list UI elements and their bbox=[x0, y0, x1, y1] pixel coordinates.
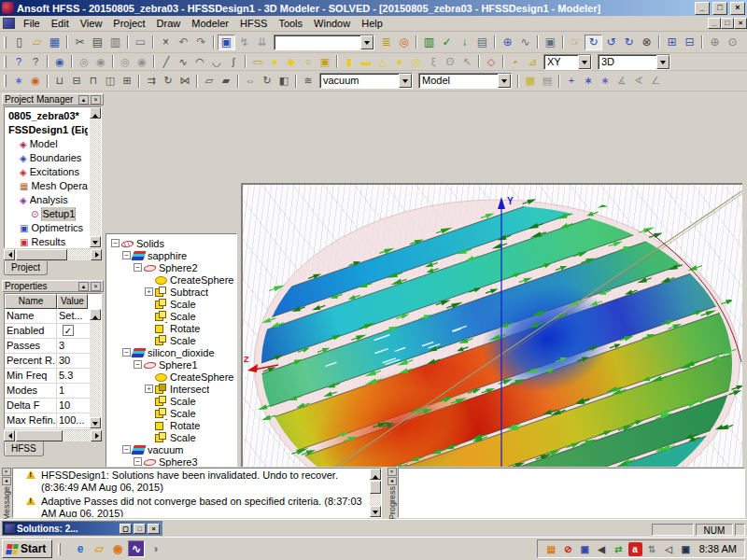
model-tree-item[interactable]: −Solids bbox=[109, 237, 234, 249]
mdi-child-icon[interactable] bbox=[3, 18, 15, 29]
project-tree-item[interactable]: FSSDesign1 (Eige bbox=[7, 123, 88, 137]
panel-close-icon[interactable]: × bbox=[2, 468, 11, 476]
hide-all-icon[interactable]: ◎ bbox=[117, 54, 134, 69]
draw-torus-icon[interactable]: ◎ bbox=[408, 54, 425, 69]
zoom-in-icon[interactable]: ⊞ bbox=[663, 35, 681, 50]
scroll-up-icon[interactable] bbox=[90, 309, 101, 320]
print-icon[interactable]: ▭ bbox=[132, 35, 149, 50]
minimize-button[interactable]: _ bbox=[695, 2, 710, 15]
model-tree-item[interactable]: −vacuum bbox=[109, 443, 234, 455]
tree-expander-icon[interactable]: − bbox=[134, 457, 142, 466]
draw-polygon-icon[interactable]: ◆ bbox=[283, 54, 300, 69]
model-tree-item[interactable]: Scale bbox=[109, 334, 234, 346]
project-tree-item[interactable]: ▦Mesh Operations bbox=[7, 179, 88, 193]
copy-icon[interactable]: ▤ bbox=[89, 35, 106, 50]
display-settings-icon[interactable]: ▣ bbox=[679, 542, 693, 556]
scroll-left-icon[interactable] bbox=[4, 430, 15, 441]
rotate-icon[interactable]: ↻ bbox=[259, 74, 275, 89]
panel-collapse-icon[interactable]: ◂ bbox=[388, 477, 397, 485]
tree-expander-icon[interactable]: − bbox=[122, 348, 131, 357]
open-file-icon[interactable]: ▱ bbox=[28, 35, 46, 50]
menu-view[interactable]: View bbox=[75, 16, 108, 31]
tree-expander-icon[interactable]: + bbox=[145, 287, 153, 296]
volume-icon[interactable]: ◀ bbox=[595, 542, 609, 556]
help-topics-icon[interactable]: ? bbox=[10, 54, 27, 69]
thicken-sheet-icon[interactable]: ▰ bbox=[218, 74, 234, 89]
face-cs-icon[interactable]: ∗ bbox=[580, 74, 597, 89]
message-scrollbar[interactable] bbox=[370, 469, 381, 517]
media-player-icon[interactable]: ◉ bbox=[109, 540, 126, 557]
new-file-icon[interactable]: ▯ bbox=[10, 35, 28, 50]
scroll-left-icon[interactable] bbox=[4, 249, 15, 260]
antivirus-alert-icon[interactable]: ⊘ bbox=[561, 542, 575, 556]
boolean-unite-icon[interactable]: ⊔ bbox=[51, 74, 68, 89]
child-restore-button[interactable]: □ bbox=[721, 18, 734, 29]
speaker-muted-icon[interactable]: ◁ bbox=[662, 542, 676, 556]
menu-tools[interactable]: Tools bbox=[273, 16, 308, 31]
draw-arc-center-icon[interactable]: ◠ bbox=[191, 54, 208, 69]
tree-expander-icon[interactable]: − bbox=[122, 251, 131, 259]
draw-spiral-icon[interactable]: ʘ bbox=[442, 54, 458, 69]
ie-icon[interactable]: e bbox=[72, 540, 89, 557]
child-close-button[interactable]: × bbox=[734, 18, 747, 29]
toolbar-grip[interactable] bbox=[4, 36, 7, 49]
maximize-button[interactable]: □ bbox=[134, 524, 146, 534]
menu-draw[interactable]: Draw bbox=[151, 16, 187, 31]
cut-icon[interactable]: ✂ bbox=[71, 35, 89, 50]
project-tree-item[interactable]: 0805_zebra03* bbox=[7, 109, 88, 123]
dropdown-arrow-icon[interactable] bbox=[399, 74, 412, 88]
draw-cone-icon[interactable]: △ bbox=[374, 54, 391, 69]
project-tree-item[interactable]: ◈Model bbox=[7, 137, 88, 151]
folder-icon[interactable]: ▱ bbox=[91, 540, 107, 557]
scroll-up-icon[interactable] bbox=[90, 107, 101, 119]
visibility-icon[interactable]: ◉ bbox=[51, 54, 68, 69]
Delta F[interactable]: Delta F10 bbox=[5, 399, 101, 413]
panel-close-icon[interactable]: × bbox=[91, 282, 101, 291]
menu-window[interactable]: Window bbox=[308, 16, 356, 31]
menu-modeler[interactable]: Modeler bbox=[186, 16, 234, 31]
model-tree-item[interactable]: Scale bbox=[109, 431, 234, 443]
optimetrics-icon[interactable]: ◎ bbox=[395, 35, 413, 50]
tree-expander-icon[interactable]: − bbox=[134, 360, 142, 369]
solutions-window-titlebar[interactable]: Solutions: 2... ▢ □ × bbox=[2, 521, 162, 536]
rotate-z-view-icon[interactable]: ↻ bbox=[620, 35, 638, 50]
start-button[interactable]: Start bbox=[2, 539, 52, 558]
setup-combo[interactable] bbox=[274, 35, 374, 50]
context-help-icon[interactable]: ? bbox=[27, 54, 44, 69]
close-button[interactable]: × bbox=[730, 2, 745, 15]
boolean-intersect-icon[interactable]: ⊓ bbox=[85, 74, 102, 89]
split-icon[interactable]: ◫ bbox=[102, 74, 119, 89]
paste-icon[interactable]: ▥ bbox=[106, 35, 124, 50]
material-combo[interactable]: vacuum bbox=[319, 73, 413, 89]
dynamic-zoom-icon[interactable]: ⊗ bbox=[638, 35, 655, 50]
zoom-out-icon[interactable]: ⊟ bbox=[681, 35, 698, 50]
grid-plane-icon[interactable]: ▦ bbox=[522, 74, 539, 89]
graphics-utility-icon[interactable]: ▤ bbox=[544, 542, 558, 556]
restore-button[interactable]: ▢ bbox=[120, 524, 132, 534]
model-tree-item[interactable]: Scale bbox=[109, 407, 234, 419]
menu-help[interactable]: Help bbox=[356, 16, 388, 31]
show-all-icon[interactable]: ◉ bbox=[134, 54, 150, 69]
draw-plane-icon[interactable]: ⊿ bbox=[524, 54, 541, 69]
rotate-view-icon[interactable]: ↻ bbox=[585, 35, 602, 50]
drawing-plane-combo[interactable]: XY bbox=[543, 54, 592, 70]
fit-all-icon[interactable]: ⊕ bbox=[706, 35, 724, 50]
model-tree-item[interactable]: Scale bbox=[109, 310, 234, 322]
mirror-icon[interactable]: ◧ bbox=[275, 74, 292, 89]
project-manager-titlebar[interactable]: Project Manager ▴ × bbox=[2, 93, 104, 105]
message-item[interactable]: HFSSDesign1: Solutions have been invalid… bbox=[13, 469, 381, 495]
avast-icon[interactable]: a bbox=[628, 542, 642, 556]
show-selection-icon[interactable]: ◉ bbox=[92, 54, 109, 69]
menu-project[interactable]: Project bbox=[107, 16, 150, 31]
menu-file[interactable]: File bbox=[18, 16, 46, 31]
scroll-right-icon[interactable] bbox=[91, 430, 102, 441]
model-tree-item[interactable]: Scale bbox=[109, 395, 234, 407]
properties-scrollbar[interactable] bbox=[90, 309, 101, 428]
draw-circle-icon[interactable]: ● bbox=[266, 54, 283, 69]
restore-button[interactable]: □ bbox=[712, 2, 727, 15]
radiation-icon[interactable]: ◉ bbox=[27, 74, 44, 89]
window-titlebar[interactable]: Ansoft HFSS - 20150805_zebra03 - HFSSDes… bbox=[0, 0, 747, 16]
model-tree-item[interactable]: +Subtract bbox=[109, 286, 234, 298]
measure-position-icon[interactable]: ∢ bbox=[630, 74, 647, 89]
column-value[interactable]: Value bbox=[57, 294, 88, 309]
